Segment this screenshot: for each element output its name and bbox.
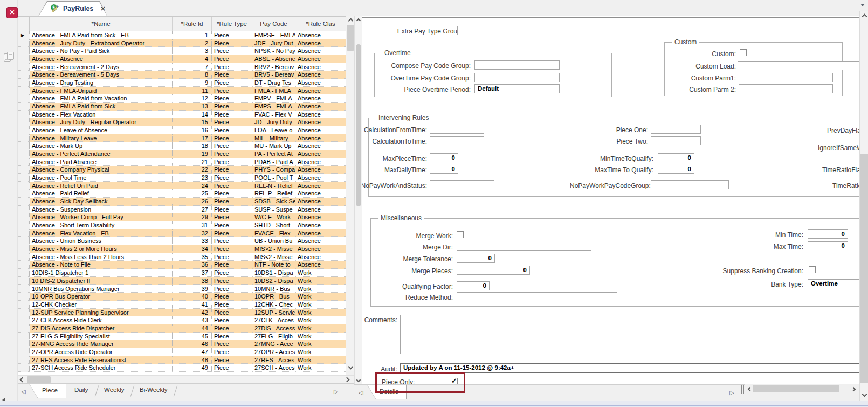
cell-rule-id[interactable]: 31 bbox=[173, 221, 212, 229]
cell-rule-class[interactable]: Absence bbox=[295, 103, 346, 111]
custom-checkbox[interactable] bbox=[740, 49, 747, 56]
form-vertical-scrollbar[interactable] bbox=[354, 16, 362, 384]
cell-rule-class[interactable]: Work bbox=[295, 348, 346, 356]
cell-pay-code[interactable]: 27MNG - Acce bbox=[252, 340, 295, 348]
cell-pay-code[interactable]: ABSE - Absenc bbox=[252, 55, 295, 63]
cell-rule-id[interactable]: 17 bbox=[173, 134, 212, 143]
cell-rule-class[interactable]: Absence bbox=[295, 189, 346, 198]
table-row[interactable]: Absence - FMLA-Unpaid11PieceFMLA - FMLAA… bbox=[18, 87, 346, 95]
table-row[interactable]: Absence - Suspension27PieceSUSP - SuspeA… bbox=[18, 206, 346, 214]
merge-dir-input[interactable] bbox=[457, 242, 591, 251]
table-row[interactable]: Absence - Bereavement - 2 Days7PieceBRV2… bbox=[18, 63, 346, 71]
cell-rule-class[interactable]: Absence bbox=[295, 126, 346, 134]
cell-rule-id[interactable]: 7 bbox=[173, 63, 212, 71]
cell-rule-class[interactable]: Absence bbox=[295, 213, 346, 221]
cell-rule-class[interactable]: Absence bbox=[295, 71, 346, 79]
cell-rule-id[interactable]: 14 bbox=[173, 111, 212, 119]
cell-rule-class[interactable]: Absence bbox=[295, 174, 346, 182]
cell-rule-type[interactable]: Piece bbox=[212, 47, 252, 55]
row-selector[interactable] bbox=[18, 103, 30, 111]
cell-pay-code[interactable]: PHYS - Compa bbox=[252, 166, 295, 174]
cell-rule-id[interactable]: 23 bbox=[173, 174, 212, 182]
cell-name[interactable]: Absence - Suspension bbox=[30, 206, 173, 214]
max-time-to-qualify-input[interactable]: 0 bbox=[658, 165, 694, 174]
cell-name[interactable]: Absence - Military Leave bbox=[30, 134, 173, 143]
cell-rule-id[interactable]: 35 bbox=[173, 253, 212, 261]
table-row[interactable]: Absence - Miss Less Than 2 Hours35PieceM… bbox=[18, 253, 346, 261]
cell-rule-id[interactable]: 36 bbox=[173, 261, 212, 269]
cell-rule-class[interactable]: Absence bbox=[295, 221, 346, 229]
cell-name[interactable]: 12-CHK Checker bbox=[30, 301, 173, 309]
row-selector[interactable] bbox=[18, 237, 30, 245]
table-row[interactable]: Absence - Paid Absence21PiecePDAB - Paid… bbox=[18, 158, 346, 166]
cell-name[interactable]: Absence - Leave of Absence bbox=[30, 126, 173, 134]
cell-rule-id[interactable]: 48 bbox=[173, 356, 212, 364]
table-row[interactable]: Absence - FMLA Paid from Sick13PieceFMPS… bbox=[18, 103, 346, 111]
cell-pay-code[interactable]: NPSK - No Pay bbox=[252, 47, 295, 55]
overtime-pay-code-group-input[interactable] bbox=[474, 73, 560, 82]
cell-pay-code[interactable]: REL-N - Relief bbox=[252, 182, 295, 190]
cell-pay-code[interactable]: DT - Drug Tes bbox=[252, 79, 295, 87]
scroll-right-icon[interactable] bbox=[343, 376, 351, 384]
cell-pay-code[interactable]: 27RES - Acces bbox=[252, 356, 295, 364]
cell-pay-code[interactable]: 27SCH - Acces bbox=[252, 364, 295, 372]
cell-name[interactable]: Absence - Jury Duty - Extraboard Operato… bbox=[30, 39, 173, 48]
cell-rule-id[interactable]: 21 bbox=[173, 158, 212, 166]
cell-rule-class[interactable]: Absence bbox=[295, 47, 346, 55]
row-selector[interactable] bbox=[18, 150, 30, 158]
comments-textarea[interactable] bbox=[400, 315, 859, 354]
row-selector[interactable] bbox=[18, 213, 30, 221]
table-row[interactable]: 27-ELG-S Eligibility Specialist45Piece27… bbox=[18, 333, 346, 341]
cell-name[interactable]: Absence - Paid Relief bbox=[30, 189, 173, 198]
calculation-from-time-input[interactable] bbox=[430, 125, 484, 134]
cell-rule-type[interactable]: Piece bbox=[212, 348, 252, 356]
row-selector[interactable]: ▶ bbox=[18, 31, 30, 39]
cell-rule-type[interactable]: Piece bbox=[212, 71, 252, 79]
cell-pay-code[interactable]: 12CHK - Chec bbox=[252, 301, 295, 309]
cell-rule-id[interactable]: 32 bbox=[173, 229, 212, 238]
table-row[interactable]: 27-CLK Access Ride Clerk43Piece27CLK - A… bbox=[18, 316, 346, 324]
cell-pay-code[interactable]: LOA - Leave o bbox=[252, 126, 295, 134]
cell-rule-id[interactable]: 25 bbox=[173, 189, 212, 198]
row-selector[interactable] bbox=[18, 324, 30, 333]
cell-name[interactable]: 10MNR Bus Operations Manager bbox=[30, 285, 173, 293]
table-row[interactable]: 27-MNG Access Ride Manager46Piece27MNG -… bbox=[18, 340, 346, 348]
cell-rule-class[interactable]: Absence bbox=[295, 134, 346, 143]
row-selector[interactable] bbox=[18, 277, 30, 285]
scroll-up-icon[interactable] bbox=[346, 17, 355, 25]
custom-load-input[interactable] bbox=[738, 61, 859, 70]
row-selector[interactable] bbox=[18, 47, 30, 55]
cell-rule-id[interactable]: 41 bbox=[173, 301, 212, 309]
cell-rule-type[interactable]: Piece bbox=[212, 340, 252, 348]
cell-rule-id[interactable]: 12 bbox=[173, 94, 212, 103]
cell-pay-code[interactable]: 27CLK - Acces bbox=[252, 316, 295, 324]
max-time-input[interactable]: 0 bbox=[808, 241, 848, 250]
max-piece-time-input[interactable]: 0 bbox=[430, 153, 458, 162]
cell-rule-type[interactable]: Piece bbox=[212, 253, 252, 261]
cell-rule-class[interactable]: Absence bbox=[295, 31, 346, 39]
form-scroll-right-icon[interactable] bbox=[849, 385, 857, 393]
cell-rule-type[interactable]: Piece bbox=[212, 174, 252, 182]
cell-rule-type[interactable]: Piece bbox=[212, 293, 252, 301]
table-row[interactable]: Absence - Flex Vacation14PieceFVAC - Fle… bbox=[18, 111, 346, 119]
cell-pay-code[interactable]: 10DS1 - Dispa bbox=[252, 269, 295, 277]
table-row[interactable]: 10DIS-1 Dispatcher 137Piece10DS1 - Dispa… bbox=[18, 269, 346, 277]
close-window-button[interactable]: ✕ bbox=[6, 7, 18, 18]
cell-name[interactable]: 10-OPR Bus Operator bbox=[30, 293, 173, 301]
cell-rule-id[interactable]: 45 bbox=[173, 333, 212, 341]
cell-rule-type[interactable]: Piece bbox=[212, 245, 252, 253]
row-selector[interactable] bbox=[18, 301, 30, 309]
row-selector[interactable] bbox=[18, 63, 30, 71]
cell-name[interactable]: Absence - Flex Vacation bbox=[30, 111, 173, 119]
table-row[interactable]: Absence - Leave of Absence16PieceLOA - L… bbox=[18, 126, 346, 134]
piece-overtime-period-input[interactable]: Default bbox=[474, 84, 560, 93]
form-scroll-left-icon[interactable] bbox=[746, 385, 754, 393]
cell-rule-type[interactable]: Piece bbox=[212, 126, 252, 134]
scroll-down-icon[interactable] bbox=[346, 363, 355, 371]
vertical-scroll-thumb[interactable] bbox=[347, 25, 354, 51]
cell-rule-type[interactable]: Piece bbox=[212, 39, 252, 48]
cell-pay-code[interactable]: 12SUP - Servic bbox=[252, 309, 295, 317]
cell-rule-id[interactable]: 9 bbox=[173, 79, 212, 87]
row-selector[interactable] bbox=[18, 293, 30, 301]
cell-rule-id[interactable]: 4 bbox=[173, 55, 212, 63]
